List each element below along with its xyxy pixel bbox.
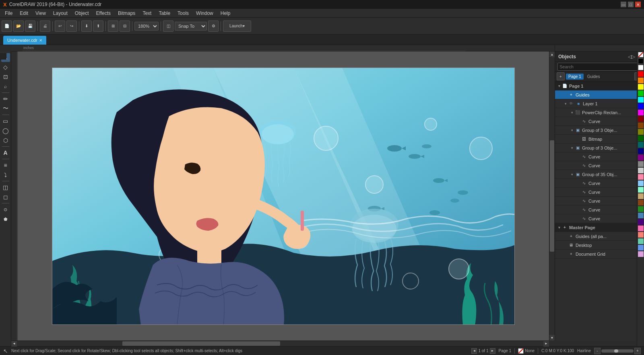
menu-item-object[interactable]: Object	[72, 10, 92, 17]
next-page-button[interactable]: ►	[490, 348, 495, 354]
polygon-tool-button[interactable]: ⬡	[1, 136, 10, 145]
tree-item-curve3[interactable]: ∿ Curve	[555, 161, 644, 170]
minimize-button[interactable]: —	[621, 2, 626, 7]
vscroll-thumb[interactable]	[550, 140, 554, 251]
menu-item-help[interactable]: Help	[217, 10, 234, 17]
tree-item-curve8[interactable]: ∿ Curve	[555, 214, 644, 223]
page-tab-page1[interactable]: Page 1	[566, 74, 584, 80]
color-swatch-lightgreen[interactable]	[638, 187, 644, 193]
menu-item-file[interactable]: File	[2, 10, 16, 17]
menu-item-view[interactable]: View	[32, 10, 49, 17]
color-swatch-cyan[interactable]	[638, 97, 644, 103]
color-swatch-salmon[interactable]	[638, 232, 644, 238]
tree-item-guidesall[interactable]: + Guides (all pa... 🔒	[555, 232, 644, 241]
menu-item-effects[interactable]: Effects	[93, 10, 114, 17]
color-swatch-tan[interactable]	[638, 193, 644, 199]
save-button[interactable]: 💾	[25, 21, 35, 32]
tree-item-curve5[interactable]: ∿ Curve	[555, 188, 644, 197]
color-swatch-darkorange[interactable]	[638, 123, 644, 128]
snap-options-button[interactable]: ◫	[163, 21, 173, 32]
options-button[interactable]: ⚙	[208, 21, 219, 32]
color-swatch-steelblue[interactable]	[638, 213, 644, 218]
color-swatch-brown[interactable]	[638, 200, 644, 205]
color-swatch-darkgreen[interactable]	[638, 135, 644, 141]
hscroll-thumb[interactable]	[122, 341, 280, 346]
menu-item-layout[interactable]: Layout	[50, 10, 71, 17]
vscroll-down-button[interactable]: ▼	[549, 335, 555, 341]
color-swatch-forestgreen[interactable]	[638, 206, 644, 212]
color-swatch-lightgray[interactable]	[638, 168, 644, 173]
export-button[interactable]: ⬆	[93, 21, 103, 32]
menu-item-window[interactable]: Window	[193, 10, 217, 17]
maximize-button[interactable]: □	[628, 2, 634, 7]
zoom-in-button[interactable]: +	[634, 348, 641, 354]
zoom-out-button[interactable]: -	[594, 348, 601, 354]
color-swatch-magenta[interactable]	[638, 110, 644, 115]
menu-item-text[interactable]: Text	[139, 10, 155, 17]
vscroll-track[interactable]	[549, 57, 555, 335]
objects-search-input[interactable]	[557, 63, 642, 71]
color-swatch-yellow[interactable]	[638, 84, 644, 90]
print-button[interactable]: 🖨	[40, 21, 50, 32]
tree-item-masterpage[interactable]: ▾ + Master Page	[555, 223, 644, 232]
redo-button[interactable]: ↪	[66, 21, 77, 32]
color-swatch-green[interactable]	[638, 90, 644, 96]
tree-item-curve2[interactable]: ∿ Curve	[555, 152, 644, 161]
layer1-visibility-icon[interactable]: 👁	[568, 101, 574, 107]
new-button[interactable]: 📄	[2, 21, 12, 32]
tab-close-button[interactable]: ✕	[39, 38, 42, 43]
transform2-button[interactable]: ⊟	[120, 21, 130, 32]
tree-item-powerclip[interactable]: ▾ ⬛ PowerClip Rectan...	[555, 108, 644, 117]
color-swatch-navy[interactable]	[638, 148, 644, 154]
color-swatch-mediumaquamarine[interactable]	[638, 238, 644, 244]
tree-item-bitmap[interactable]: 🖼 Bitmap	[555, 135, 644, 144]
document-tab[interactable]: Underwater.cdr ✕	[3, 36, 46, 45]
parallel-dim-button[interactable]: ≡	[1, 161, 10, 170]
color-swatch-red[interactable]	[638, 71, 644, 77]
text-tool-button[interactable]: A	[1, 148, 10, 157]
freehand-tool-button[interactable]: ✏	[1, 94, 10, 103]
tree-item-layer1[interactable]: ▾ 👁 ■ Layer 1	[555, 99, 644, 108]
horizontal-scrollbar[interactable]: ◄ ►	[11, 341, 549, 346]
hscroll-track[interactable]	[17, 341, 543, 346]
hscroll-left-button[interactable]: ◄	[11, 341, 17, 347]
color-swatch-lightblue[interactable]	[638, 181, 644, 186]
prev-page-button[interactable]: ◄	[471, 348, 477, 354]
launch-button[interactable]: Launch ▾	[223, 21, 251, 32]
import-button[interactable]: ⬇	[81, 21, 92, 32]
color-swatch-darkred[interactable]	[638, 116, 644, 122]
vscroll-up-button[interactable]: ▲	[549, 51, 555, 57]
undo-button[interactable]: ↩	[55, 21, 65, 32]
eyedropper-button[interactable]: ⊙	[1, 205, 10, 214]
connector-tool-button[interactable]: ⤵	[1, 170, 10, 179]
crop-tool-button[interactable]: ⊡	[1, 72, 10, 81]
tree-item-desktop[interactable]: 🖥 Desktop 🔒	[555, 241, 644, 250]
color-swatch-plum[interactable]	[638, 251, 644, 257]
color-swatch-blue[interactable]	[638, 103, 644, 109]
ellipse-tool-button[interactable]: ◯	[1, 126, 10, 135]
tree-item-page1[interactable]: ▾ 📄 Page 1	[555, 82, 644, 90]
tree-item-docgrid[interactable]: + Document Grid	[555, 250, 644, 259]
tree-item-guides[interactable]: + Guides 🔒	[555, 90, 644, 99]
fill-tool-button[interactable]: ⬟	[1, 215, 10, 224]
color-swatch-cornflowerblue[interactable]	[638, 245, 644, 250]
no-color-swatch[interactable]	[638, 52, 644, 57]
color-swatch-indigo[interactable]	[638, 219, 644, 225]
smart-tool-button[interactable]: 〜	[1, 104, 10, 113]
color-swatch-black[interactable]	[638, 58, 644, 64]
tree-item-curve6[interactable]: ∿ Curve	[555, 197, 644, 205]
titlebar-controls[interactable]: — □ ✕	[621, 2, 641, 7]
menu-item-bitmaps[interactable]: Bitmaps	[115, 10, 138, 17]
color-swatch-orange[interactable]	[638, 78, 644, 83]
color-swatch-pink[interactable]	[638, 174, 644, 180]
tree-item-curve4[interactable]: ∿ Curve	[555, 179, 644, 188]
menu-item-table[interactable]: Table	[155, 10, 173, 17]
color-swatch-hotpink[interactable]	[638, 226, 644, 231]
tree-item-curve1[interactable]: ∿ Curve	[555, 117, 644, 126]
rectangle-tool-button[interactable]: ▭	[1, 117, 10, 125]
tree-item-group35[interactable]: ▾ ▣ Group of 35 Obj...	[555, 170, 644, 179]
open-button[interactable]: 📂	[13, 21, 24, 32]
transform-button[interactable]: ⊞	[108, 21, 118, 32]
zoom-slider[interactable]	[601, 349, 634, 353]
transparency-button[interactable]: ◻	[1, 193, 10, 201]
